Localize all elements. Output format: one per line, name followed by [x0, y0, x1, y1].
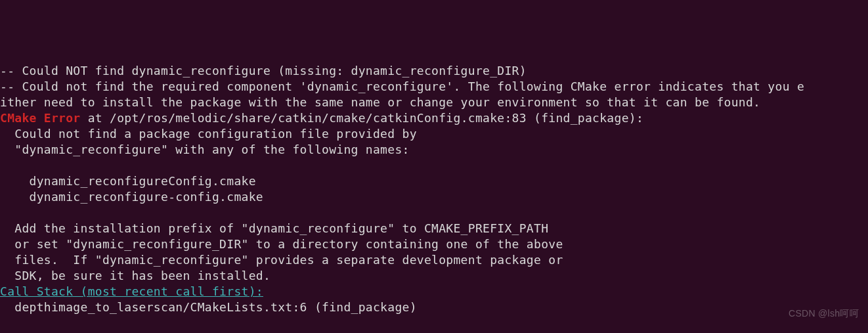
output-line: -- Could not find the required component… [0, 79, 804, 93]
output-line: files. If "dynamic_reconfigure" provides… [0, 253, 563, 267]
output-line: -- Could NOT find dynamic_reconfigure (m… [0, 64, 527, 78]
output-line: dynamic_reconfigure-config.cmake [0, 190, 263, 204]
output-line: dynamic_reconfigureConfig.cmake [0, 174, 256, 188]
call-stack-label: Call Stack (most recent call first): [0, 284, 263, 298]
error-location: at /opt/ros/melodic/share/catkin/cmake/c… [81, 111, 644, 125]
output-line: Could not find a package configuration f… [0, 127, 417, 141]
cmake-error-label: CMake Error [0, 111, 81, 125]
terminal-output[interactable]: -- Could NOT find dynamic_reconfigure (m… [0, 63, 868, 333]
output-line: or set "dynamic_reconfigure_DIR" to a di… [0, 237, 563, 251]
output-line: "dynamic_reconfigure" with any of the fo… [0, 143, 410, 156]
output-line: ither need to install the package with t… [0, 95, 760, 109]
watermark-text: CSDN @lsh呵呵 [789, 305, 859, 321]
output-line: Add the installation prefix of "dynamic_… [0, 221, 548, 235]
output-line: SDK, be sure it has been installed. [0, 269, 271, 282]
output-line: depthimage_to_laserscan/CMakeLists.txt:6… [0, 300, 417, 314]
